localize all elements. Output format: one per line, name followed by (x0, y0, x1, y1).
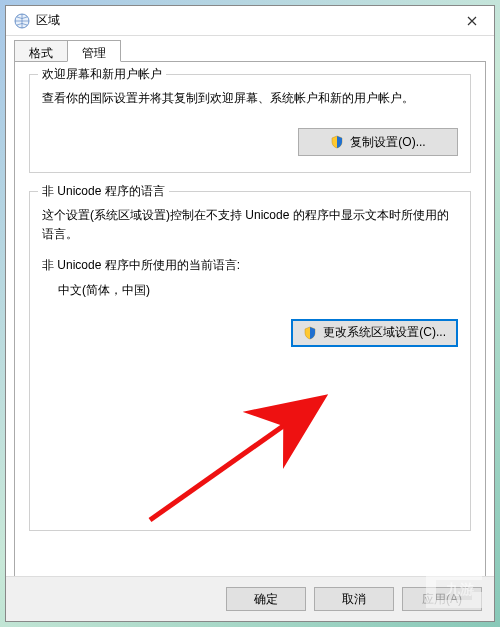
apply-button[interactable]: 应用(A) (402, 587, 482, 611)
globe-icon (14, 13, 30, 29)
dialog-footer: 确定 取消 应用(A) (6, 576, 494, 621)
cancel-button[interactable]: 取消 (314, 587, 394, 611)
current-language-value: 中文(简体，中国) (58, 282, 458, 299)
group-welcome-accounts: 欢迎屏幕和新用户帐户 查看你的国际设置并将其复制到欢迎屏幕、系统帐户和新的用户帐… (29, 74, 471, 173)
button-label: 复制设置(O)... (350, 134, 425, 151)
group-non-unicode: 非 Unicode 程序的语言 这个设置(系统区域设置)控制在不支持 Unico… (29, 191, 471, 531)
tab-panel-admin: 欢迎屏幕和新用户帐户 查看你的国际设置并将其复制到欢迎屏幕、系统帐户和新的用户帐… (14, 61, 486, 581)
tabbar: 格式 管理 (6, 36, 494, 62)
close-button[interactable] (450, 6, 494, 35)
region-dialog: 区域 格式 管理 欢迎屏幕和新用户帐户 查看你的国际设置并将其复制到欢迎屏幕、系… (5, 5, 495, 622)
copy-settings-button[interactable]: 复制设置(O)... (298, 128, 458, 156)
tab-format[interactable]: 格式 (14, 40, 68, 62)
group-title: 欢迎屏幕和新用户帐户 (38, 66, 166, 83)
titlebar: 区域 (6, 6, 494, 36)
shield-icon (330, 135, 344, 149)
group-title: 非 Unicode 程序的语言 (38, 183, 169, 200)
shield-icon (303, 326, 317, 340)
change-system-locale-button[interactable]: 更改系统区域设置(C)... (291, 319, 458, 347)
group-desc: 这个设置(系统区域设置)控制在不支持 Unicode 的程序中显示文本时所使用的… (42, 206, 458, 244)
current-language-label: 非 Unicode 程序中所使用的当前语言: (42, 257, 458, 274)
group-desc: 查看你的国际设置并将其复制到欢迎屏幕、系统帐户和新的用户帐户。 (42, 89, 458, 108)
tab-admin[interactable]: 管理 (67, 40, 121, 62)
button-label: 更改系统区域设置(C)... (323, 324, 446, 341)
window-title: 区域 (36, 12, 450, 29)
ok-button[interactable]: 确定 (226, 587, 306, 611)
